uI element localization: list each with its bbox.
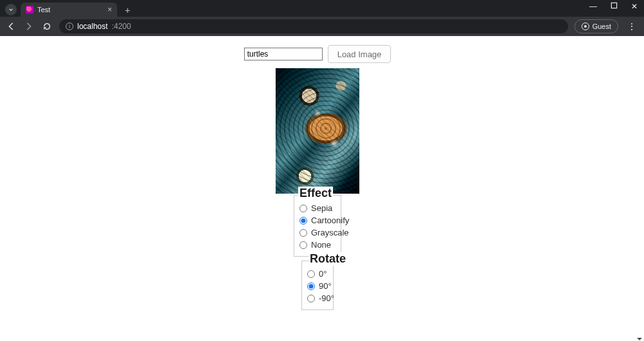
result-image xyxy=(276,68,359,194)
effect-label-none[interactable]: None xyxy=(311,240,331,250)
guest-label: Guest xyxy=(592,23,611,30)
tab-close-icon[interactable]: × xyxy=(108,6,112,14)
tab-strip: Test × + — ✕ xyxy=(0,0,644,17)
url-host: localhost xyxy=(77,22,108,31)
effect-option-grayscale: Grayscale xyxy=(299,226,329,239)
window-minimize-button[interactable]: — xyxy=(587,2,599,11)
nav-reload-button[interactable] xyxy=(41,21,53,32)
window-close-button[interactable]: ✕ xyxy=(629,2,640,11)
effect-option-none: None xyxy=(299,239,329,251)
effect-radio-cartoonify[interactable] xyxy=(299,217,307,225)
guest-profile-button[interactable]: Guest xyxy=(574,19,618,33)
effect-radio-grayscale[interactable] xyxy=(299,229,307,237)
rotate-radio-0[interactable] xyxy=(307,270,315,278)
rotate-option-0: 0° xyxy=(307,268,321,280)
effect-option-cartoonify: Cartoonify xyxy=(299,214,329,226)
rotate-radio-neg90[interactable] xyxy=(307,295,315,302)
url-port: :4200 xyxy=(111,22,131,31)
effect-group: Effect Sepia Cartoonify Grayscale None xyxy=(294,195,341,257)
rotate-label-neg90[interactable]: -90° xyxy=(319,293,334,303)
load-image-button[interactable]: Load Image xyxy=(328,45,392,63)
scroll-spacer xyxy=(0,310,635,341)
browser-menu-button[interactable]: ⋮ xyxy=(625,21,639,32)
rotate-legend: Rotate xyxy=(308,252,347,266)
tab-favicon-icon xyxy=(26,6,33,14)
site-info-icon[interactable]: i xyxy=(66,23,73,30)
effect-option-sepia: Sepia xyxy=(299,202,329,214)
new-tab-button[interactable]: + xyxy=(121,4,134,17)
window-maximize-button[interactable] xyxy=(608,2,620,11)
rotate-option-90: 90° xyxy=(307,280,321,292)
search-input[interactable] xyxy=(244,48,323,60)
rotate-group: Rotate 0° 90° -90° xyxy=(301,261,334,310)
window-controls: — ✕ xyxy=(587,2,640,11)
rotate-radio-90[interactable] xyxy=(307,282,315,290)
nav-forward-button[interactable] xyxy=(23,21,35,32)
browser-toolbar: i localhost:4200 Guest ⋮ xyxy=(0,17,644,36)
effect-label-grayscale[interactable]: Grayscale xyxy=(311,228,349,237)
address-bar[interactable]: i localhost:4200 xyxy=(59,19,568,33)
effect-legend: Effect xyxy=(298,187,333,200)
svg-rect-0 xyxy=(611,3,616,8)
tab-title: Test xyxy=(37,6,104,14)
rotate-option-neg90: -90° xyxy=(307,292,321,304)
rotate-label-90[interactable]: 90° xyxy=(319,281,332,291)
tabs-dropdown-icon[interactable] xyxy=(5,4,17,15)
page-viewport[interactable]: Load Image Effect Sepia Cartoonify Grays… xyxy=(0,36,644,341)
guest-icon xyxy=(582,23,589,30)
effect-label-sepia[interactable]: Sepia xyxy=(311,203,332,213)
effect-radio-sepia[interactable] xyxy=(299,205,307,212)
search-row: Load Image xyxy=(244,45,392,63)
rotate-label-0[interactable]: 0° xyxy=(319,269,327,279)
effect-label-cartoonify[interactable]: Cartoonify xyxy=(311,216,349,225)
page-content: Load Image Effect Sepia Cartoonify Grays… xyxy=(0,36,635,341)
browser-chrome: Test × + — ✕ i localhost:4200 Guest xyxy=(0,0,644,36)
browser-tab[interactable]: Test × xyxy=(21,3,117,17)
scrollbar-down-icon xyxy=(636,333,643,340)
effect-radio-none[interactable] xyxy=(299,241,307,249)
nav-back-button[interactable] xyxy=(5,21,17,32)
